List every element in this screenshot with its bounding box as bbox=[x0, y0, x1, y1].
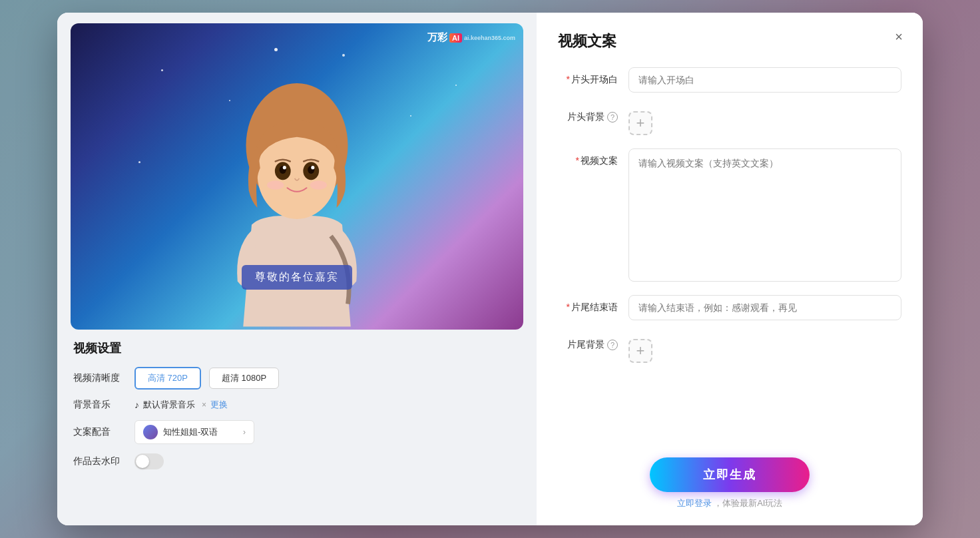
opening-label: *片头开场白 bbox=[558, 67, 618, 86]
video-settings: 视频设置 视频清晰度 高清 720P 超清 1080P 背景音乐 ♪ 默认背景音… bbox=[71, 340, 523, 479]
footer-bg-add: + bbox=[628, 334, 652, 363]
music-remove-btn[interactable]: × bbox=[202, 400, 206, 409]
svg-point-10 bbox=[310, 180, 328, 190]
opening-input[interactable] bbox=[628, 67, 901, 93]
closing-field: *片尾结束语 bbox=[558, 295, 901, 320]
quality-row: 视频清晰度 高清 720P 超清 1080P bbox=[73, 367, 521, 390]
svg-point-8 bbox=[311, 166, 314, 169]
svg-point-7 bbox=[283, 166, 286, 169]
voice-label: 文案配音 bbox=[73, 426, 126, 438]
music-name: 默认背景音乐 bbox=[143, 399, 195, 411]
generate-button[interactable]: 立即生成 bbox=[650, 457, 810, 492]
content-field: *视频文案 bbox=[558, 148, 901, 282]
quality-label: 视频清晰度 bbox=[73, 372, 126, 384]
panel-title: 视频文案 bbox=[558, 31, 901, 51]
footer-bg-label: 片尾背景 ? bbox=[558, 334, 618, 351]
voice-arrow-icon: › bbox=[243, 427, 246, 437]
right-panel: 视频文案 × *片头开场白 片头背景 ? + bbox=[537, 13, 923, 525]
close-button[interactable]: × bbox=[888, 26, 909, 47]
footer-bg-help-icon[interactable]: ? bbox=[607, 340, 618, 350]
watermark-row: 作品去水印 bbox=[73, 453, 521, 469]
modal-overlay: 万彩 AI ai.keehan365.com bbox=[0, 0, 980, 538]
video-preview: 万彩 AI ai.keehan365.com bbox=[71, 23, 523, 330]
footer-bg-field: 片尾背景 ? + bbox=[558, 334, 901, 363]
closing-label: *片尾结束语 bbox=[558, 295, 618, 314]
modal-dialog: 万彩 AI ai.keehan365.com bbox=[57, 13, 923, 525]
music-label: 背景音乐 bbox=[73, 399, 126, 411]
voice-selector[interactable]: 知性姐姐-双语 › bbox=[134, 420, 254, 444]
quality-1080p-btn[interactable]: 超清 1080P bbox=[209, 368, 279, 389]
quality-720p-btn[interactable]: 高清 720P bbox=[134, 367, 201, 390]
header-bg-add-btn[interactable]: + bbox=[628, 111, 652, 135]
video-watermark: 万彩 AI ai.keehan365.com bbox=[427, 31, 515, 44]
video-subtitle: 尊敬的各位嘉宾 bbox=[242, 265, 352, 290]
opening-field: *片头开场白 bbox=[558, 67, 901, 93]
svg-point-9 bbox=[267, 180, 284, 190]
login-hint: 立即登录 ，体验最新AI玩法 bbox=[677, 497, 783, 509]
header-bg-field: 片头背景 ? + bbox=[558, 106, 901, 135]
content-textarea[interactable] bbox=[628, 148, 901, 282]
header-bg-add: + bbox=[628, 106, 652, 135]
left-panel: 万彩 AI ai.keehan365.com bbox=[57, 13, 537, 525]
music-info: ♪ 默认背景音乐 × 更换 bbox=[134, 399, 228, 411]
voice-name: 知性姐姐-双语 bbox=[163, 426, 218, 438]
music-row: 背景音乐 ♪ 默认背景音乐 × 更换 bbox=[73, 399, 521, 411]
header-bg-help-icon[interactable]: ? bbox=[607, 112, 618, 123]
watermark-toggle[interactable] bbox=[134, 453, 164, 469]
footer-bg-add-btn[interactable]: + bbox=[628, 339, 652, 363]
login-link[interactable]: 立即登录 bbox=[677, 498, 712, 508]
settings-title: 视频设置 bbox=[73, 340, 521, 356]
music-note-icon: ♪ bbox=[134, 400, 139, 410]
music-change-btn[interactable]: 更换 bbox=[210, 399, 228, 411]
voice-row: 文案配音 知性姐姐-双语 › bbox=[73, 420, 521, 444]
voice-avatar-icon bbox=[143, 425, 158, 439]
closing-input[interactable] bbox=[628, 295, 901, 320]
watermark-label: 作品去水印 bbox=[73, 455, 126, 467]
header-bg-label: 片头背景 ? bbox=[558, 106, 618, 123]
generate-section: 立即生成 立即登录 ，体验最新AI玩法 bbox=[558, 444, 901, 509]
content-label: *视频文案 bbox=[558, 148, 618, 167]
